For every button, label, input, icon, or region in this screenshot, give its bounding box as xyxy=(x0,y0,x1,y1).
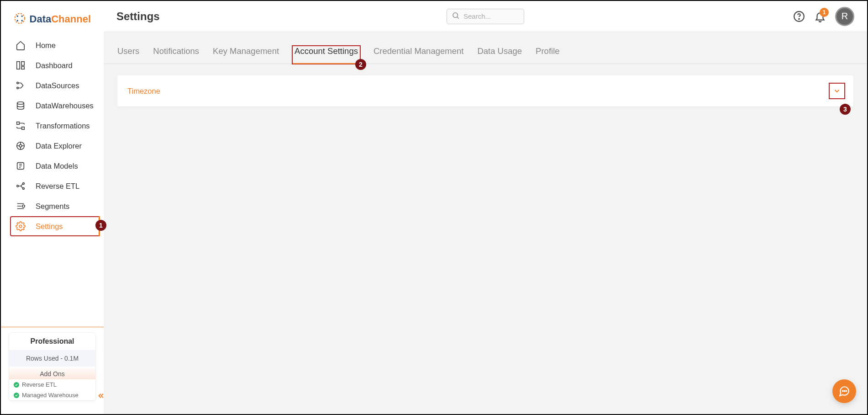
svg-point-9 xyxy=(17,87,19,89)
timezone-accordion[interactable]: Timezone 3 xyxy=(117,75,853,106)
svg-point-1 xyxy=(17,16,18,17)
tab-key-management[interactable]: Key Management xyxy=(213,46,279,64)
topbar: Settings 1 R xyxy=(104,1,867,32)
brand-logo-text: DataChannel xyxy=(30,13,91,25)
chat-fab[interactable] xyxy=(832,379,856,403)
topbar-right: 1 R xyxy=(793,7,854,26)
sidebar-item-data-models[interactable]: Data Models xyxy=(1,156,104,176)
sidebar-item-label: Dashboard xyxy=(36,61,73,70)
sidebar-item-reverse-etl[interactable]: Reverse ETL xyxy=(1,176,104,196)
tab-credential-management[interactable]: Credential Management xyxy=(374,46,463,64)
svg-point-18 xyxy=(23,188,25,190)
settings-tabs: Users Notifications Key Management Accou… xyxy=(104,32,867,64)
datasources-icon xyxy=(16,80,26,90)
sidebar-item-segments[interactable]: Segments xyxy=(1,196,104,216)
svg-point-8 xyxy=(17,82,19,84)
transformations-icon xyxy=(16,121,26,131)
sidebar-item-data-explorer[interactable]: Data Explorer xyxy=(1,136,104,156)
sidebar-item-label: DataWarehouses xyxy=(36,101,94,110)
sidebar-item-label: DataSources xyxy=(36,81,79,90)
sidebar-item-datasources[interactable]: DataSources xyxy=(1,75,104,96)
sidebar-item-label: Reverse ETL xyxy=(36,182,79,191)
home-icon xyxy=(16,40,26,50)
search-box[interactable] xyxy=(447,9,524,24)
callout-3: 3 xyxy=(840,104,851,115)
search-input[interactable] xyxy=(463,12,519,20)
svg-rect-11 xyxy=(17,122,20,125)
sidebar-item-home[interactable]: Home xyxy=(1,35,104,55)
avatar[interactable]: R xyxy=(835,7,854,26)
svg-point-21 xyxy=(453,13,458,18)
sidebar-item-label: Segments xyxy=(36,202,69,211)
data-models-icon xyxy=(16,161,26,171)
plan-addons-title: Add Ons xyxy=(9,367,95,379)
panel-wrap: Timezone 3 xyxy=(104,64,867,118)
data-explorer-icon xyxy=(16,141,26,151)
sidebar-item-settings[interactable]: Settings 1 xyxy=(10,216,100,236)
tab-users[interactable]: Users xyxy=(117,46,139,64)
help-icon[interactable] xyxy=(793,11,805,22)
tab-label: Account Settings xyxy=(295,46,358,56)
addon-label: Reverse ETL xyxy=(22,381,57,388)
svg-point-4 xyxy=(21,20,23,21)
accordion-title: Timezone xyxy=(127,87,160,96)
brand-logo[interactable]: DataChannel xyxy=(1,1,104,35)
reverse-etl-icon xyxy=(16,181,26,191)
search-icon xyxy=(452,11,460,21)
tab-label: Data Usage xyxy=(477,46,522,56)
sidebar-item-transformations[interactable]: Transformations xyxy=(1,116,104,136)
brand-logo-icon xyxy=(14,12,26,26)
datawarehouses-icon xyxy=(16,101,26,111)
dashboard-icon xyxy=(16,60,26,70)
svg-point-19 xyxy=(22,205,25,208)
sidebar: DataChannel Home Dashboard DataSources D… xyxy=(1,1,104,414)
svg-point-17 xyxy=(23,183,25,185)
svg-point-20 xyxy=(19,225,22,228)
accordion-expand-toggle[interactable] xyxy=(831,85,843,97)
tab-label: Key Management xyxy=(213,46,279,56)
tab-label: Profile xyxy=(536,46,559,56)
plan-addon-row: Managed Warehouse xyxy=(9,390,95,400)
svg-point-16 xyxy=(17,185,19,187)
tab-notifications[interactable]: Notifications xyxy=(153,46,199,64)
svg-point-25 xyxy=(844,391,845,392)
tab-label: Users xyxy=(117,46,139,56)
search-wrap xyxy=(447,9,524,24)
svg-rect-7 xyxy=(21,67,24,69)
page-title: Settings xyxy=(116,10,160,23)
sidebar-item-datawarehouses[interactable]: DataWarehouses xyxy=(1,96,104,116)
sidebar-item-label: Settings xyxy=(36,222,63,231)
tab-data-usage[interactable]: Data Usage xyxy=(477,46,522,64)
sidebar-item-dashboard[interactable]: Dashboard xyxy=(1,55,104,75)
segments-icon xyxy=(16,201,26,211)
svg-rect-6 xyxy=(21,62,24,65)
svg-point-2 xyxy=(21,16,23,17)
gear-icon xyxy=(16,221,26,231)
callout-1: 1 xyxy=(95,220,106,231)
tab-profile[interactable]: Profile xyxy=(536,46,559,64)
tab-label: Notifications xyxy=(153,46,199,56)
sidebar-item-label: Home xyxy=(36,41,56,50)
check-icon xyxy=(14,382,19,388)
plan-rows-used: Rows Used - 0.1M xyxy=(9,350,95,367)
svg-point-10 xyxy=(17,102,24,105)
main-area: Settings 1 R Users Not xyxy=(104,1,867,414)
svg-rect-5 xyxy=(17,62,20,69)
sidebar-item-label: Data Explorer xyxy=(36,142,82,150)
notification-badge: 1 xyxy=(820,8,829,17)
tab-account-settings[interactable]: Account Settings 2 xyxy=(293,46,360,64)
callout-2: 2 xyxy=(355,59,366,70)
sidebar-plan-section: Professional Rows Used - 0.1M Add Ons Re… xyxy=(1,327,104,414)
svg-point-24 xyxy=(842,391,843,392)
sidebar-item-label: Data Models xyxy=(36,162,78,170)
bell-icon[interactable]: 1 xyxy=(814,11,826,22)
svg-point-23 xyxy=(799,18,800,19)
sidebar-item-label: Transformations xyxy=(36,122,90,130)
content-area: Users Notifications Key Management Accou… xyxy=(104,32,867,414)
plan-card: Professional Rows Used - 0.1M Add Ons Re… xyxy=(9,333,95,400)
svg-rect-12 xyxy=(22,127,25,130)
plan-addon-row: Reverse ETL xyxy=(9,379,95,390)
svg-point-26 xyxy=(846,391,847,392)
svg-point-0 xyxy=(15,13,25,23)
addon-label: Managed Warehouse xyxy=(22,392,79,399)
